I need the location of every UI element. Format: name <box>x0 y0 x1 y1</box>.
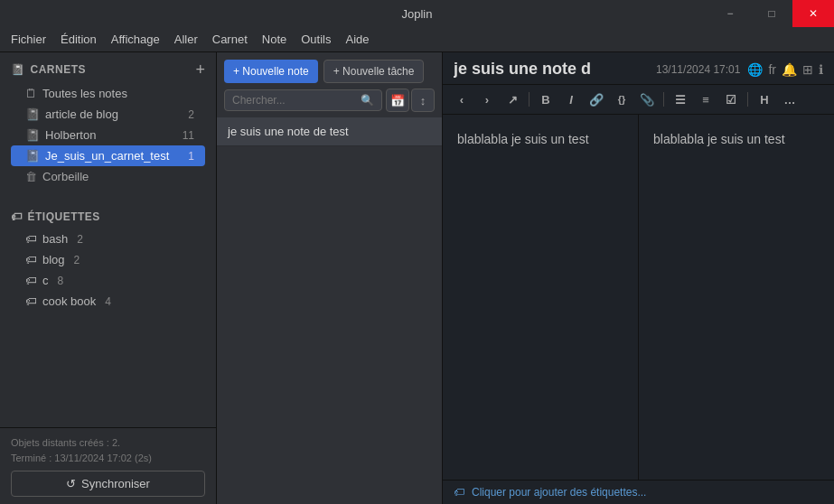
menu-edition[interactable]: Édition <box>53 30 104 49</box>
etiquette-count-blog: 2 <box>74 254 80 266</box>
etiquettes-header: 🏷 ÉTIQUETTES <box>11 210 205 223</box>
sidebar-item-holberton[interactable]: 📓 Holberton 11 <box>11 125 205 145</box>
minimize-button[interactable]: − <box>709 0 751 27</box>
sidebar-item-corbeille[interactable]: 🗑 Corbeille <box>11 166 205 187</box>
menu-bar: Fichier Édition Affichage Aller Carnet N… <box>0 27 834 52</box>
etiquette-count-cook-book: 4 <box>105 295 111 308</box>
sidebar-divider <box>0 191 216 201</box>
add-notebook-button[interactable]: + <box>195 61 205 78</box>
notebook-count-2: 11 <box>183 129 194 142</box>
etiquette-label-cook-book: cook book <box>42 294 96 308</box>
unordered-list-button[interactable]: ☰ <box>669 89 692 110</box>
calendar-sort-button[interactable]: 📅 <box>386 89 409 112</box>
new-note-button[interactable]: + Nouvelle note <box>224 60 318 83</box>
external-link-button[interactable]: ↗ <box>501 89 524 110</box>
menu-aide[interactable]: Aide <box>338 30 376 49</box>
sync-icon: ↺ <box>66 477 76 490</box>
notebook-label-3: Je_suis_un_carnet_test <box>45 149 183 163</box>
back-button[interactable]: ‹ <box>450 89 473 110</box>
notebook-icon-1: 📓 <box>25 107 40 121</box>
editor-source[interactable]: blablabla je suis un test <box>443 115 639 480</box>
preview-content: blablabla je suis un test <box>653 132 785 146</box>
note-list: je suis une note de test <box>217 117 442 504</box>
editor-body: blablabla je suis un test blablabla je s… <box>443 115 834 480</box>
globe-icon[interactable]: 🌐 <box>747 62 763 77</box>
menu-carnet[interactable]: Carnet <box>205 30 255 49</box>
sidebar: 📓 CARNETS + 🗒 Toutes les notes 📓 article… <box>0 52 217 504</box>
attachment-button[interactable]: 📎 <box>635 89 659 110</box>
tag-icon: 🏷 <box>11 210 23 223</box>
layout-icon[interactable]: ⊞ <box>802 62 813 77</box>
trash-label: Corbeille <box>42 170 194 183</box>
notes-search-bar: 🔍 📅 ↕ <box>217 89 442 117</box>
sidebar-item-je-suis-un-carnet-test[interactable]: 📓 Je_suis_un_carnet_test 1 <box>11 145 205 166</box>
heading-button[interactable]: H <box>753 89 776 110</box>
toolbar-separator-2 <box>663 92 664 107</box>
app-title: Joplin <box>402 7 433 21</box>
trash-icon: 🗑 <box>25 170 37 183</box>
tag-icon-blog: 🏷 <box>25 253 37 266</box>
notes-toolbar: + Nouvelle note + Nouvelle tâche <box>217 52 442 89</box>
all-notes-icon: 🗒 <box>25 87 37 100</box>
add-tags-label: Cliquer pour ajouter des étiquettes... <box>472 486 646 499</box>
source-content: blablabla je suis un test <box>457 132 589 146</box>
bell-icon[interactable]: 🔔 <box>782 62 797 77</box>
main-area: 📓 CARNETS + 🗒 Toutes les notes 📓 article… <box>0 52 834 504</box>
sidebar-item-article-de-blog[interactable]: 📓 article de blog 2 <box>11 104 205 125</box>
close-button[interactable]: ✕ <box>792 0 834 27</box>
notebook-label-1: article de blog <box>45 107 183 121</box>
add-tags-footer[interactable]: 🏷 Cliquer pour ajouter des étiquettes... <box>443 480 834 504</box>
note-item-1[interactable]: je suis une note de test <box>217 117 442 146</box>
menu-fichier[interactable]: Fichier <box>4 30 53 49</box>
search-input[interactable] <box>232 94 355 107</box>
toolbar-separator-1 <box>529 92 529 107</box>
forward-button[interactable]: › <box>475 89 499 110</box>
etiquette-bash[interactable]: 🏷 bash 2 <box>11 229 205 249</box>
etiquettes-title: 🏷 ÉTIQUETTES <box>11 210 100 223</box>
more-button[interactable]: … <box>778 89 801 110</box>
menu-note[interactable]: Note <box>255 30 294 49</box>
new-task-button[interactable]: + Nouvelle tâche <box>323 60 425 83</box>
notebook-icon-3: 📓 <box>25 149 40 163</box>
editor-panel: je suis une note d 13/11/2024 17:01 🌐 fr… <box>443 52 834 504</box>
sync-status-line1: Objets distants créés : 2. <box>11 435 205 451</box>
notebook-icon: 📓 <box>11 63 25 76</box>
etiquette-label-bash: bash <box>42 232 68 246</box>
carnets-title: 📓 CARNETS <box>11 63 86 76</box>
sidebar-item-all-notes[interactable]: 🗒 Toutes les notes <box>11 83 205 104</box>
etiquette-blog[interactable]: 🏷 blog 2 <box>11 249 205 270</box>
sync-button[interactable]: ↺ Synchroniser <box>11 471 205 497</box>
editor-preview: blablabla je suis un test <box>639 115 834 480</box>
etiquettes-section: 🏷 ÉTIQUETTES 🏷 bash 2 🏷 blog 2 🏷 c <box>0 201 216 315</box>
ordered-list-button[interactable]: ≡ <box>694 89 717 110</box>
sync-status: Objets distants créés : 2. Terminé : 13/… <box>11 435 205 465</box>
carnets-section: 📓 CARNETS + 🗒 Toutes les notes 📓 article… <box>0 52 216 191</box>
etiquette-c[interactable]: 🏷 c 8 <box>11 270 205 291</box>
menu-aller[interactable]: Aller <box>167 30 205 49</box>
notebook-count-3: 1 <box>188 150 194 163</box>
notes-panel: + Nouvelle note + Nouvelle tâche 🔍 📅 ↕ j… <box>217 52 443 504</box>
note-date: 13/11/2024 17:01 <box>656 63 740 76</box>
search-box[interactable]: 🔍 <box>224 89 382 111</box>
menu-affichage[interactable]: Affichage <box>104 30 167 49</box>
carnets-header: 📓 CARNETS + <box>11 61 205 78</box>
notebook-count-1: 2 <box>188 108 194 121</box>
sort-order-button[interactable]: ↕ <box>411 89 435 112</box>
all-notes-label: Toutes les notes <box>42 87 194 100</box>
italic-button[interactable]: I <box>559 89 583 110</box>
maximize-button[interactable]: □ <box>751 0 792 27</box>
tag-icon-c: 🏷 <box>25 274 37 287</box>
lang-label: fr <box>768 62 776 77</box>
notebook-icon-2: 📓 <box>25 128 40 142</box>
search-icon: 🔍 <box>361 94 374 107</box>
editor-header: je suis une note d 13/11/2024 17:01 🌐 fr… <box>443 52 834 85</box>
toolbar-separator-3 <box>747 92 748 107</box>
link-button[interactable]: 🔗 <box>585 89 608 110</box>
tag-icon-bash: 🏷 <box>25 232 37 246</box>
bold-button[interactable]: B <box>534 89 558 110</box>
checklist-button[interactable]: ☑ <box>719 89 743 110</box>
info-icon[interactable]: ℹ <box>819 62 823 77</box>
code-button[interactable]: {} <box>610 89 633 110</box>
menu-outils[interactable]: Outils <box>294 30 338 49</box>
etiquette-cook-book[interactable]: 🏷 cook book 4 <box>11 291 205 312</box>
